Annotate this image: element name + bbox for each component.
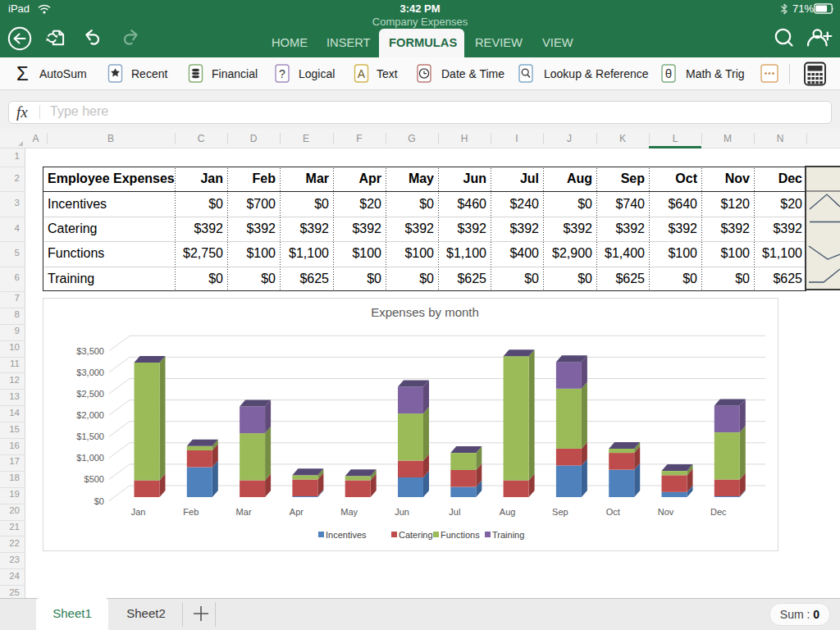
svg-text:Catering: Catering [399,530,433,540]
svg-text:Apr: Apr [290,507,304,517]
svg-text:Mar: Mar [236,507,252,517]
svg-text:Feb: Feb [183,507,199,517]
svg-text:Training: Training [492,530,524,540]
svg-text:Jun: Jun [395,507,409,517]
svg-text:Expenses by month: Expenses by month [371,305,479,319]
svg-text:$2,500: $2,500 [76,389,104,399]
svg-text:$0: $0 [94,496,104,506]
svg-text:Sep: Sep [552,507,568,517]
svg-text:θ: θ [665,66,672,80]
svg-text:?: ? [279,67,285,80]
svg-text:Jul: Jul [449,507,460,517]
svg-text:Incentives: Incentives [326,530,367,540]
svg-text:May: May [340,507,358,517]
svg-text:Jan: Jan [131,507,146,517]
svg-text:$500: $500 [84,474,104,484]
svg-text:Oct: Oct [606,507,620,517]
svg-text:$1,500: $1,500 [76,431,104,441]
svg-text:$2,000: $2,000 [76,410,104,420]
svg-text:Dec: Dec [710,507,727,517]
svg-text:Nov: Nov [658,507,674,517]
svg-text:A: A [358,67,366,80]
svg-text:Functions: Functions [441,530,480,540]
svg-text:$3,500: $3,500 [76,346,104,356]
svg-text:$1,000: $1,000 [76,453,104,463]
svg-text:$3,000: $3,000 [76,368,104,377]
svg-text:Aug: Aug [500,507,516,517]
